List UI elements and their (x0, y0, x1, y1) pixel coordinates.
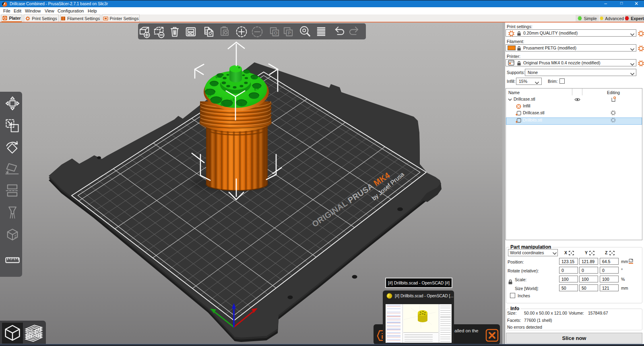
svg-text:O: O (274, 31, 277, 35)
svg-text:P: P (288, 31, 291, 35)
